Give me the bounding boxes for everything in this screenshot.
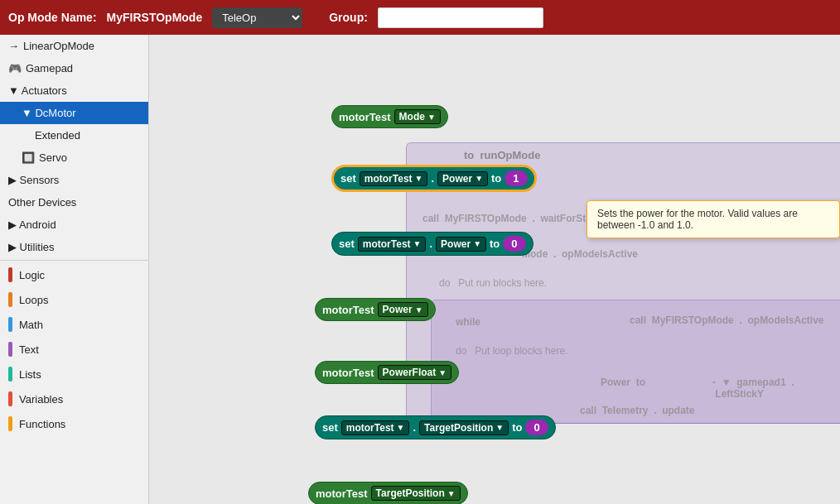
bg-run-op-mode: to runOpMode bbox=[464, 149, 540, 161]
block-set-target[interactable]: set motorTest ▼ . TargetPosition ▼ to 0 bbox=[315, 415, 556, 439]
target-value-0: 0 bbox=[525, 420, 548, 435]
servo-icon: 🔲 bbox=[22, 151, 35, 164]
sidebar-item-logic[interactable]: Logic bbox=[0, 262, 148, 287]
bg-call-active: call MyFIRSTOpMode . opModeIsActive bbox=[630, 314, 823, 326]
power-dropdown-1[interactable]: Power ▼ bbox=[437, 171, 488, 186]
bg-loop-hint: do Put loop blocks here. bbox=[456, 345, 567, 357]
bg-telemetry: call Telemetry . update bbox=[580, 405, 695, 416]
sidebar-item-gamepad[interactable]: 🎮 Gamepad bbox=[0, 57, 148, 79]
sidebar-item-math[interactable]: Math bbox=[0, 312, 148, 337]
sidebar-item-variables[interactable]: Variables bbox=[0, 386, 148, 411]
sidebar-item-dcmotor[interactable]: ▼ DcMotor bbox=[0, 102, 148, 124]
sidebar-item-sensors[interactable]: ▶ Sensors bbox=[0, 169, 148, 191]
math-color-bar bbox=[8, 317, 12, 332]
block-power-get[interactable]: motorTest Power ▼ bbox=[315, 298, 436, 321]
main-layout: → LinearOpMode 🎮 Gamepad ▼ Actuators ▼ D… bbox=[0, 35, 840, 504]
op-mode-label: Op Mode Name: bbox=[8, 11, 97, 24]
gamepad-icon: 🎮 bbox=[8, 62, 22, 74]
sidebar-item-functions[interactable]: Functions bbox=[0, 411, 148, 436]
text-color-bar bbox=[8, 342, 12, 357]
set-label-1: set bbox=[340, 172, 356, 185]
block-motor-mode-label: motorTest bbox=[339, 111, 391, 123]
group-input[interactable] bbox=[378, 7, 543, 28]
block-target-get[interactable]: motorTest TargetPosition ▼ bbox=[308, 482, 468, 504]
block-motor-mode[interactable]: motorTest Mode ▼ bbox=[331, 105, 448, 128]
sidebar-item-actuators[interactable]: ▼ Actuators bbox=[0, 79, 148, 102]
sidebar-item-extended[interactable]: Extended bbox=[0, 124, 148, 146]
header: Op Mode Name: MyFIRSTOpMode TeleOp Auton… bbox=[0, 0, 840, 35]
target-get-dropdown[interactable]: TargetPosition ▼ bbox=[371, 486, 461, 501]
functions-color-bar bbox=[8, 416, 12, 431]
motor-test-dropdown-2[interactable]: motorTest ▼ bbox=[358, 237, 427, 252]
bg-wait-for-start: call MyFIRSTOpMode . waitForStart bbox=[422, 213, 598, 224]
sidebar-item-linear-op-mode[interactable]: → LinearOpMode bbox=[0, 35, 148, 57]
motor-test-dropdown-3[interactable]: motorTest ▼ bbox=[341, 420, 410, 435]
sidebar-item-text[interactable]: Text bbox=[0, 337, 148, 362]
logic-color-bar bbox=[8, 267, 12, 282]
target-pos-dropdown[interactable]: TargetPosition ▼ bbox=[419, 420, 509, 435]
lists-color-bar bbox=[8, 367, 12, 382]
loops-color-bar bbox=[8, 292, 12, 307]
sidebar-item-loops[interactable]: Loops bbox=[0, 287, 148, 312]
sidebar: → LinearOpMode 🎮 Gamepad ▼ Actuators ▼ D… bbox=[0, 35, 149, 504]
mode-dropdown[interactable]: Mode ▼ bbox=[394, 109, 441, 124]
motor-test-dropdown-1[interactable]: motorTest ▼ bbox=[360, 171, 428, 186]
bg-while: while bbox=[456, 316, 480, 328]
mode-select[interactable]: TeleOp Autonomous bbox=[212, 7, 302, 28]
group-label: Group: bbox=[329, 11, 368, 24]
bg-put-run-blocks: do Put run blocks here. bbox=[439, 277, 547, 289]
set-label-2: set bbox=[339, 238, 355, 250]
op-mode-name: MyFIRSTOpMode bbox=[107, 11, 203, 24]
bg-op-mode-active: Mode . opModeIsActive bbox=[522, 248, 638, 260]
block-set-power-1[interactable]: set motorTest ▼ . Power ▼ to 1 bbox=[331, 165, 537, 192]
sidebar-item-other-devices[interactable]: Other Devices bbox=[0, 191, 148, 214]
canvas: to runOpMode call MyFIRSTOpMode . waitFo… bbox=[149, 35, 840, 504]
block-set-power-0[interactable]: set motorTest ▼ . Power ▼ to 0 bbox=[331, 232, 533, 256]
power-float-dropdown[interactable]: PowerFloat ▼ bbox=[378, 365, 452, 380]
block-power-float[interactable]: motorTest PowerFloat ▼ bbox=[315, 361, 459, 384]
variables-color-bar bbox=[8, 391, 12, 406]
power-value-1: 1 bbox=[504, 170, 527, 186]
power-value-0: 0 bbox=[503, 236, 525, 252]
power-dropdown-2[interactable]: Power ▼ bbox=[436, 237, 486, 252]
bg-power-to: Power to bbox=[601, 377, 645, 388]
power-get-dropdown[interactable]: Power ▼ bbox=[378, 302, 428, 317]
tooltip-text: Sets the power for the motor. Valid valu… bbox=[597, 208, 798, 231]
sidebar-item-lists[interactable]: Lists bbox=[0, 362, 148, 386]
sidebar-item-android[interactable]: ▶ Android bbox=[0, 214, 148, 236]
tooltip: Sets the power for the motor. Valid valu… bbox=[587, 200, 840, 238]
arrow-right-icon: → bbox=[8, 40, 19, 52]
bg-gamepad: - ▼ gamepad1 . LeftStickY bbox=[712, 377, 840, 400]
sidebar-divider bbox=[0, 260, 148, 261]
sidebar-item-servo[interactable]: 🔲 Servo bbox=[0, 146, 148, 169]
sidebar-item-utilities[interactable]: ▶ Utilities bbox=[0, 236, 148, 258]
